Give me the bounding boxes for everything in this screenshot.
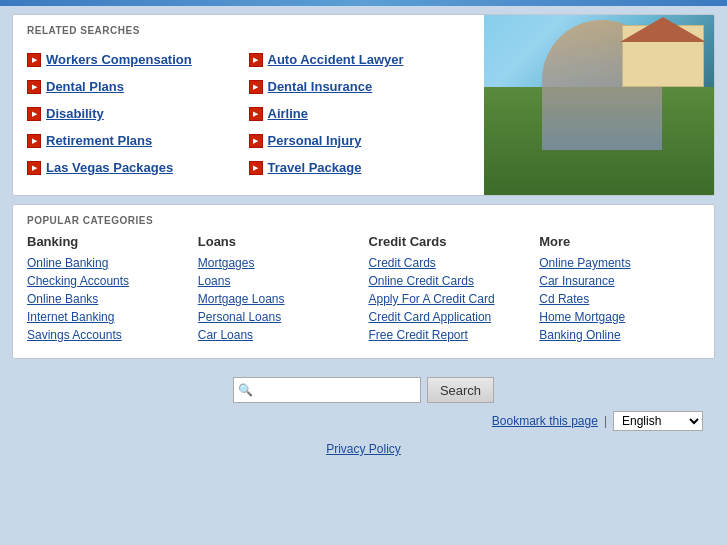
links-column-left: Workers Compensation Dental Plans Disabi… — [27, 46, 249, 181]
loans-link[interactable]: Loans — [198, 272, 359, 290]
retirement-plans-link[interactable]: Retirement Plans — [46, 133, 152, 148]
privacy-policy-bar: Privacy Policy — [12, 435, 715, 466]
list-item: Retirement Plans — [27, 127, 249, 154]
online-credit-cards-link[interactable]: Online Credit Cards — [369, 272, 530, 290]
arrow-icon — [249, 161, 263, 175]
airline-link[interactable]: Airline — [268, 106, 308, 121]
mortgage-loans-link[interactable]: Mortgage Loans — [198, 290, 359, 308]
main-wrapper: RELATED SEARCHES Workers Compensation De… — [0, 6, 727, 476]
list-item: Auto Accident Lawyer — [249, 46, 471, 73]
related-searches-content: RELATED SEARCHES Workers Compensation De… — [13, 15, 484, 195]
arrow-icon — [27, 53, 41, 67]
arrow-icon — [249, 53, 263, 67]
arrow-icon — [249, 107, 263, 121]
workers-compensation-link[interactable]: Workers Compensation — [46, 52, 192, 67]
popular-categories-box: POPULAR CATEGORIES Banking Online Bankin… — [12, 204, 715, 359]
online-banks-link[interactable]: Online Banks — [27, 290, 188, 308]
loans-column: Loans Mortgages Loans Mortgage Loans Per… — [198, 234, 359, 344]
arrow-icon — [249, 134, 263, 148]
privacy-link[interactable]: Privacy Policy — [326, 442, 401, 456]
more-header: More — [539, 234, 700, 249]
home-mortgage-link[interactable]: Home Mortgage — [539, 308, 700, 326]
arrow-icon — [27, 161, 41, 175]
dental-plans-link[interactable]: Dental Plans — [46, 79, 124, 94]
credit-cards-column: Credit Cards Credit Cards Online Credit … — [369, 234, 530, 344]
search-magnifier-icon: 🔍 — [238, 383, 253, 397]
related-searches-title: RELATED SEARCHES — [27, 25, 470, 36]
popular-categories-title: POPULAR CATEGORIES — [27, 215, 700, 226]
search-input[interactable] — [256, 383, 416, 398]
language-select-wrapper: English Spanish French German — [613, 411, 703, 431]
mortgages-link[interactable]: Mortgages — [198, 254, 359, 272]
list-item: Disability — [27, 100, 249, 127]
banking-column: Banking Online Banking Checking Accounts… — [27, 234, 188, 344]
list-item: Personal Injury — [249, 127, 471, 154]
categories-grid: Banking Online Banking Checking Accounts… — [27, 234, 700, 344]
arrow-icon — [249, 80, 263, 94]
family-image — [484, 15, 714, 195]
language-select[interactable]: English Spanish French German — [613, 411, 703, 431]
list-item: Workers Compensation — [27, 46, 249, 73]
travel-package-link[interactable]: Travel Package — [268, 160, 362, 175]
online-banking-link[interactable]: Online Banking — [27, 254, 188, 272]
list-item: Dental Plans — [27, 73, 249, 100]
list-item: Travel Package — [249, 154, 471, 181]
list-item: Dental Insurance — [249, 73, 471, 100]
more-column: More Online Payments Car Insurance Cd Ra… — [539, 234, 700, 344]
separator: | — [604, 414, 607, 428]
car-insurance-link[interactable]: Car Insurance — [539, 272, 700, 290]
auto-accident-lawyer-link[interactable]: Auto Accident Lawyer — [268, 52, 404, 67]
apply-credit-card-link[interactable]: Apply For A Credit Card — [369, 290, 530, 308]
house-roof — [620, 17, 706, 42]
online-payments-link[interactable]: Online Payments — [539, 254, 700, 272]
checking-accounts-link[interactable]: Checking Accounts — [27, 272, 188, 290]
disability-link[interactable]: Disability — [46, 106, 104, 121]
loans-header: Loans — [198, 234, 359, 249]
credit-cards-link[interactable]: Credit Cards — [369, 254, 530, 272]
car-loans-link[interactable]: Car Loans — [198, 326, 359, 344]
savings-accounts-link[interactable]: Savings Accounts — [27, 326, 188, 344]
cd-rates-link[interactable]: Cd Rates — [539, 290, 700, 308]
links-grid: Workers Compensation Dental Plans Disabi… — [27, 46, 470, 181]
credit-cards-header: Credit Cards — [369, 234, 530, 249]
banking-header: Banking — [27, 234, 188, 249]
links-column-right: Auto Accident Lawyer Dental Insurance Ai… — [249, 46, 471, 181]
search-button[interactable]: Search — [427, 377, 494, 403]
list-item: Airline — [249, 100, 471, 127]
arrow-icon — [27, 134, 41, 148]
search-input-wrapper: 🔍 — [233, 377, 421, 403]
las-vegas-packages-link[interactable]: Las Vegas Packages — [46, 160, 173, 175]
list-item: Las Vegas Packages — [27, 154, 249, 181]
bottom-bar: Bookmark this page | English Spanish Fre… — [12, 409, 715, 435]
personal-injury-link[interactable]: Personal Injury — [268, 133, 362, 148]
personal-loans-link[interactable]: Personal Loans — [198, 308, 359, 326]
dental-insurance-link[interactable]: Dental Insurance — [268, 79, 373, 94]
arrow-icon — [27, 80, 41, 94]
arrow-icon — [27, 107, 41, 121]
search-area: 🔍 Search — [12, 369, 715, 409]
credit-card-application-link[interactable]: Credit Card Application — [369, 308, 530, 326]
bookmark-link[interactable]: Bookmark this page — [492, 414, 598, 428]
banking-online-link[interactable]: Banking Online — [539, 326, 700, 344]
related-searches-box: RELATED SEARCHES Workers Compensation De… — [12, 14, 715, 196]
free-credit-report-link[interactable]: Free Credit Report — [369, 326, 530, 344]
internet-banking-link[interactable]: Internet Banking — [27, 308, 188, 326]
